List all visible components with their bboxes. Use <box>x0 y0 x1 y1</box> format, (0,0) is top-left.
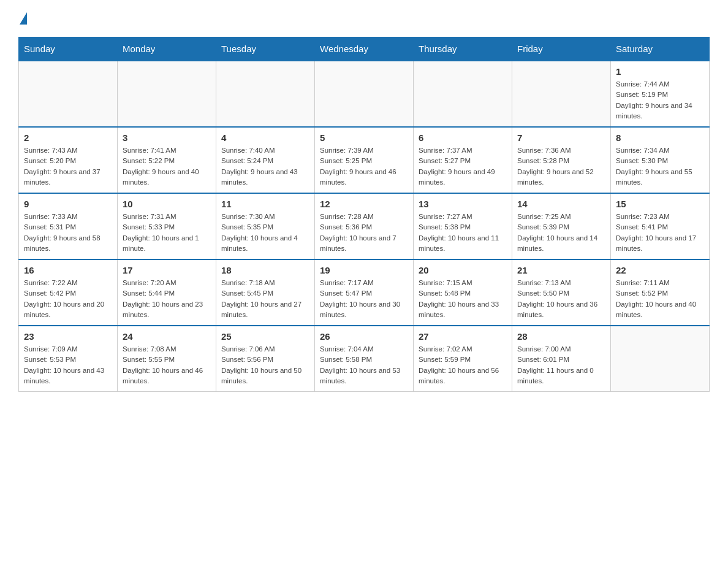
calendar-table: Sunday Monday Tuesday Wednesday Thursday… <box>18 37 710 392</box>
day-number: 23 <box>24 331 112 342</box>
day-number: 10 <box>123 199 211 209</box>
day-number: 13 <box>419 199 507 209</box>
day-info: Sunrise: 7:37 AMSunset: 5:27 PMDaylight:… <box>419 145 507 188</box>
day-info: Sunrise: 7:02 AMSunset: 5:59 PMDaylight:… <box>419 344 507 386</box>
calendar-cell: 13Sunrise: 7:27 AMSunset: 5:38 PMDayligh… <box>414 193 512 259</box>
calendar-cell: 5Sunrise: 7:39 AMSunset: 5:25 PMDaylight… <box>315 127 414 193</box>
day-number: 28 <box>517 331 605 342</box>
day-info: Sunrise: 7:30 AMSunset: 5:35 PMDaylight:… <box>221 212 309 254</box>
day-info: Sunrise: 7:39 AMSunset: 5:25 PMDaylight:… <box>320 145 408 188</box>
calendar-week-row: 9Sunrise: 7:33 AMSunset: 5:31 PMDaylight… <box>19 193 710 259</box>
calendar-cell: 19Sunrise: 7:17 AMSunset: 5:47 PMDayligh… <box>315 259 414 326</box>
calendar-cell: 15Sunrise: 7:23 AMSunset: 5:41 PMDayligh… <box>611 193 710 259</box>
calendar-cell: 6Sunrise: 7:37 AMSunset: 5:27 PMDaylight… <box>414 127 512 193</box>
calendar-cell: 17Sunrise: 7:20 AMSunset: 5:44 PMDayligh… <box>118 259 216 326</box>
calendar-cell <box>315 61 414 127</box>
day-number: 7 <box>517 132 605 143</box>
calendar-cell: 11Sunrise: 7:30 AMSunset: 5:35 PMDayligh… <box>216 193 315 259</box>
logo <box>18 12 28 25</box>
calendar-cell: 24Sunrise: 7:08 AMSunset: 5:55 PMDayligh… <box>118 326 216 392</box>
header-tuesday: Tuesday <box>216 37 315 61</box>
day-info: Sunrise: 7:33 AMSunset: 5:31 PMDaylight:… <box>24 212 112 254</box>
header-saturday: Saturday <box>611 37 710 61</box>
calendar-cell: 26Sunrise: 7:04 AMSunset: 5:58 PMDayligh… <box>315 326 414 392</box>
day-number: 18 <box>221 265 309 275</box>
day-info: Sunrise: 7:11 AMSunset: 5:52 PMDaylight:… <box>616 278 704 320</box>
calendar-cell: 28Sunrise: 7:00 AMSunset: 6:01 PMDayligh… <box>512 326 611 392</box>
day-number: 27 <box>419 331 507 342</box>
page-header <box>18 12 710 25</box>
calendar-cell <box>512 61 611 127</box>
calendar-cell <box>216 61 315 127</box>
calendar-cell: 3Sunrise: 7:41 AMSunset: 5:22 PMDaylight… <box>118 127 216 193</box>
calendar-cell: 23Sunrise: 7:09 AMSunset: 5:53 PMDayligh… <box>19 326 118 392</box>
header-thursday: Thursday <box>414 37 512 61</box>
header-friday: Friday <box>512 37 611 61</box>
calendar-cell: 12Sunrise: 7:28 AMSunset: 5:36 PMDayligh… <box>315 193 414 259</box>
day-number: 20 <box>419 265 507 275</box>
day-number: 24 <box>123 331 211 342</box>
day-info: Sunrise: 7:18 AMSunset: 5:45 PMDaylight:… <box>221 278 309 320</box>
day-info: Sunrise: 7:44 AMSunset: 5:19 PMDaylight:… <box>616 79 704 121</box>
day-info: Sunrise: 7:25 AMSunset: 5:39 PMDaylight:… <box>517 212 605 254</box>
header-wednesday: Wednesday <box>315 37 414 61</box>
day-number: 12 <box>320 199 408 209</box>
calendar-cell: 8Sunrise: 7:34 AMSunset: 5:30 PMDaylight… <box>611 127 710 193</box>
calendar-cell: 16Sunrise: 7:22 AMSunset: 5:42 PMDayligh… <box>19 259 118 326</box>
day-info: Sunrise: 7:28 AMSunset: 5:36 PMDaylight:… <box>320 212 408 254</box>
day-info: Sunrise: 7:15 AMSunset: 5:48 PMDaylight:… <box>419 278 507 320</box>
header-monday: Monday <box>118 37 216 61</box>
day-number: 19 <box>320 265 408 275</box>
day-number: 6 <box>419 132 507 143</box>
day-info: Sunrise: 7:27 AMSunset: 5:38 PMDaylight:… <box>419 212 507 254</box>
calendar-cell: 27Sunrise: 7:02 AMSunset: 5:59 PMDayligh… <box>414 326 512 392</box>
calendar-cell: 18Sunrise: 7:18 AMSunset: 5:45 PMDayligh… <box>216 259 315 326</box>
calendar-cell: 14Sunrise: 7:25 AMSunset: 5:39 PMDayligh… <box>512 193 611 259</box>
calendar-cell <box>118 61 216 127</box>
calendar-cell: 9Sunrise: 7:33 AMSunset: 5:31 PMDaylight… <box>19 193 118 259</box>
day-info: Sunrise: 7:06 AMSunset: 5:56 PMDaylight:… <box>221 344 309 386</box>
calendar-cell: 2Sunrise: 7:43 AMSunset: 5:20 PMDaylight… <box>19 127 118 193</box>
day-info: Sunrise: 7:20 AMSunset: 5:44 PMDaylight:… <box>123 278 211 320</box>
calendar-cell: 20Sunrise: 7:15 AMSunset: 5:48 PMDayligh… <box>414 259 512 326</box>
header-sunday: Sunday <box>19 37 118 61</box>
weekday-header-row: Sunday Monday Tuesday Wednesday Thursday… <box>19 37 710 61</box>
calendar-cell: 25Sunrise: 7:06 AMSunset: 5:56 PMDayligh… <box>216 326 315 392</box>
day-number: 1 <box>616 66 704 77</box>
calendar-week-row: 16Sunrise: 7:22 AMSunset: 5:42 PMDayligh… <box>19 259 710 326</box>
day-info: Sunrise: 7:34 AMSunset: 5:30 PMDaylight:… <box>616 145 704 188</box>
logo-triangle-icon <box>20 12 27 25</box>
day-number: 5 <box>320 132 408 143</box>
day-number: 4 <box>221 132 309 143</box>
calendar-cell: 22Sunrise: 7:11 AMSunset: 5:52 PMDayligh… <box>611 259 710 326</box>
day-info: Sunrise: 7:09 AMSunset: 5:53 PMDaylight:… <box>24 344 112 386</box>
calendar-week-row: 2Sunrise: 7:43 AMSunset: 5:20 PMDaylight… <box>19 127 710 193</box>
day-number: 2 <box>24 132 112 143</box>
day-number: 11 <box>221 199 309 209</box>
day-info: Sunrise: 7:04 AMSunset: 5:58 PMDaylight:… <box>320 344 408 386</box>
day-number: 21 <box>517 265 605 275</box>
day-info: Sunrise: 7:17 AMSunset: 5:47 PMDaylight:… <box>320 278 408 320</box>
calendar-cell <box>19 61 118 127</box>
day-info: Sunrise: 7:40 AMSunset: 5:24 PMDaylight:… <box>221 145 309 188</box>
day-number: 25 <box>221 331 309 342</box>
day-info: Sunrise: 7:23 AMSunset: 5:41 PMDaylight:… <box>616 212 704 254</box>
calendar-cell: 7Sunrise: 7:36 AMSunset: 5:28 PMDaylight… <box>512 127 611 193</box>
day-number: 17 <box>123 265 211 275</box>
calendar-cell: 4Sunrise: 7:40 AMSunset: 5:24 PMDaylight… <box>216 127 315 193</box>
calendar-cell <box>414 61 512 127</box>
calendar-week-row: 23Sunrise: 7:09 AMSunset: 5:53 PMDayligh… <box>19 326 710 392</box>
day-number: 8 <box>616 132 704 143</box>
day-info: Sunrise: 7:36 AMSunset: 5:28 PMDaylight:… <box>517 145 605 188</box>
day-info: Sunrise: 7:13 AMSunset: 5:50 PMDaylight:… <box>517 278 605 320</box>
day-number: 26 <box>320 331 408 342</box>
day-number: 22 <box>616 265 704 275</box>
day-number: 15 <box>616 199 704 209</box>
day-number: 3 <box>123 132 211 143</box>
day-info: Sunrise: 7:22 AMSunset: 5:42 PMDaylight:… <box>24 278 112 320</box>
day-number: 16 <box>24 265 112 275</box>
day-info: Sunrise: 7:31 AMSunset: 5:33 PMDaylight:… <box>123 212 211 254</box>
logo-general-text <box>18 12 28 25</box>
day-info: Sunrise: 7:41 AMSunset: 5:22 PMDaylight:… <box>123 145 211 188</box>
calendar-cell: 21Sunrise: 7:13 AMSunset: 5:50 PMDayligh… <box>512 259 611 326</box>
